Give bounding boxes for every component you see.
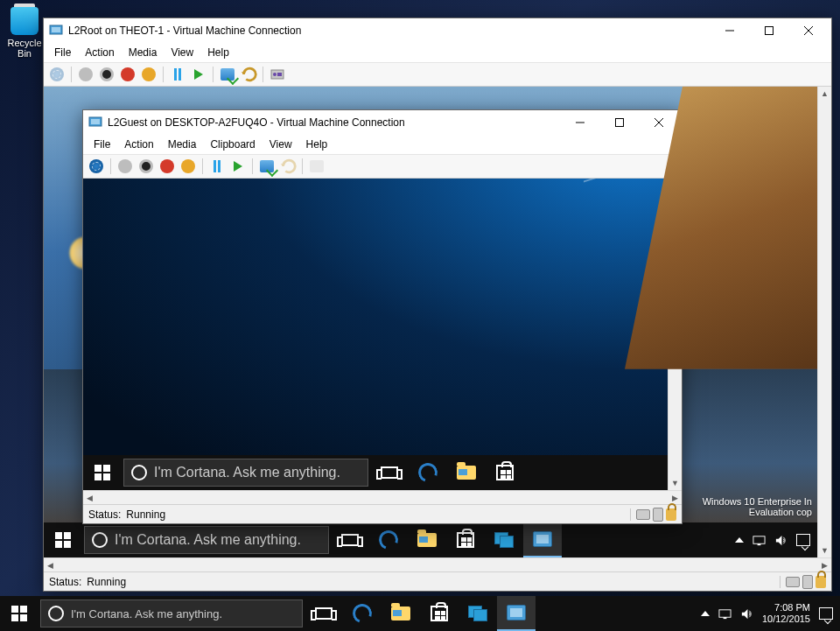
menu-media[interactable]: Media [122,45,164,60]
separator [302,158,303,174]
checkpoint-button[interactable] [257,157,276,176]
enhanced-session-button[interactable] [268,65,287,84]
menu-help[interactable]: Help [299,137,335,152]
start-button[interactable] [0,596,38,631]
menu-media[interactable]: Media [161,137,204,152]
edge-button[interactable] [343,596,382,631]
cortana-search[interactable]: I'm Cortana. Ask me anything. [40,599,303,627]
explorer-icon [457,466,476,480]
start-icon [118,159,132,173]
volume-icon[interactable] [740,607,753,620]
svg-rect-3 [765,27,773,35]
explorer-button[interactable] [447,455,486,490]
menu-file[interactable]: File [47,45,78,60]
resume-button[interactable] [228,157,248,176]
taskview-button[interactable] [304,596,343,631]
store-icon [457,532,474,548]
action-center-icon[interactable] [819,607,833,620]
pause-icon [214,160,220,172]
maximize-button[interactable] [749,18,788,43]
taskview-button[interactable] [370,455,409,490]
hyperv-button[interactable] [458,596,497,631]
outer-toolbar [44,62,831,87]
vertical-scrollbar[interactable]: ▲▼ [668,179,682,490]
turnoff-button[interactable] [158,157,177,176]
cortana-icon [92,532,108,548]
start-button[interactable] [116,157,135,176]
cortana-placeholder: I'm Cortana. Ask me anything. [71,607,222,620]
volume-icon[interactable] [774,534,788,547]
outer-statusbar: Status: Running [44,571,831,591]
tray-overflow-button[interactable] [701,611,710,616]
menu-action[interactable]: Action [117,137,160,152]
tray-overflow-button[interactable] [735,537,744,543]
revert-button[interactable] [239,65,258,84]
start-button[interactable] [44,522,82,557]
outer-menubar: File Action Media View Help [44,43,831,62]
maximize-button[interactable] [599,110,639,135]
record-button[interactable] [136,157,156,176]
vm-icon [88,116,102,130]
outer-titlebar[interactable]: L2Root on THEOT-1 - Virtual Machine Conn… [44,18,831,43]
minimize-button[interactable] [710,18,749,43]
ctrlaltdel-button[interactable] [87,157,106,176]
vertical-scrollbar[interactable]: ▲▼ [817,87,831,557]
shutdown-button[interactable] [178,157,198,176]
network-icon[interactable] [718,607,732,620]
vmconnect-button[interactable] [497,596,536,631]
explorer-button[interactable] [382,596,420,631]
inner-titlebar[interactable]: L2Guest on DESKTOP-A2FUQ4O - Virtual Mac… [83,110,682,135]
vmconnect-button[interactable] [523,522,562,557]
explorer-button[interactable] [408,522,446,557]
taskview-icon [381,466,398,479]
turnoff-button[interactable] [118,65,137,84]
separator [262,67,263,82]
pause-button[interactable] [207,157,227,176]
recycle-bin[interactable]: Recycle Bin [5,7,44,59]
store-button[interactable] [420,596,458,631]
pause-button[interactable] [168,65,187,84]
ctrlaltdel-button[interactable] [47,65,66,84]
menu-clipboard[interactable]: Clipboard [203,137,262,152]
edge-button[interactable] [369,522,408,557]
revert-button[interactable] [278,157,298,176]
menu-view[interactable]: View [262,137,299,152]
horizontal-scrollbar[interactable]: ◀▶ [83,490,682,504]
hyperv-icon [468,606,487,621]
menu-file[interactable]: File [87,137,117,152]
menu-help[interactable]: Help [200,45,236,60]
record-button[interactable] [97,65,116,84]
hyperv-button[interactable] [485,522,523,557]
edge-button[interactable] [409,455,447,490]
record-icon [100,67,114,81]
start-button[interactable] [83,455,122,490]
taskview-button[interactable] [331,522,369,557]
cortana-search[interactable]: I'm Cortana. Ask me anything. [84,526,329,554]
windows-icon [94,465,110,480]
action-center-icon[interactable] [796,534,810,546]
network-icon[interactable] [752,534,766,547]
separator [252,158,253,174]
revert-icon [278,157,298,176]
vm-icon [49,24,63,38]
close-button[interactable] [639,110,678,135]
outer-guest-taskbar: I'm Cortana. Ask me anything. [44,522,817,557]
vmconnect-icon [533,531,552,547]
record-icon [139,159,153,173]
store-button[interactable] [446,522,485,557]
shutdown-button[interactable] [139,65,158,84]
menu-view[interactable]: View [164,45,200,60]
resume-button[interactable] [189,65,208,84]
svg-rect-12 [91,119,100,124]
horizontal-scrollbar[interactable]: ◀▶ [44,557,831,571]
checkpoint-button[interactable] [218,65,237,84]
cortana-search[interactable]: I'm Cortana. Ask me anything. [123,459,368,487]
minimize-button[interactable] [560,110,599,135]
menu-action[interactable]: Action [78,45,121,60]
tray-clock[interactable]: 7:08 PM 10/12/2015 [762,602,810,624]
enhanced-session-button[interactable] [307,157,326,176]
start-button[interactable] [76,65,95,84]
close-button[interactable] [788,18,828,43]
store-button[interactable] [486,455,524,490]
taskview-icon [315,607,332,620]
